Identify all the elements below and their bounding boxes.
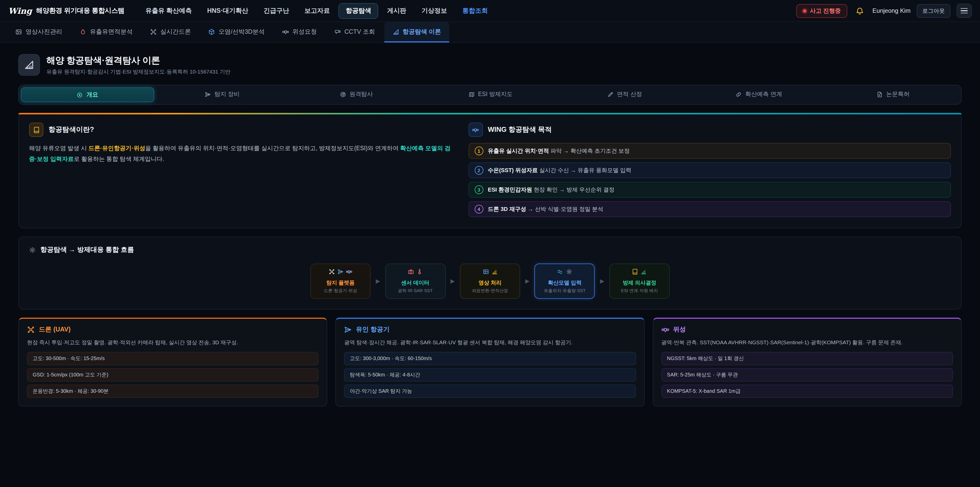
hamburger-menu-button[interactable]: [956, 3, 972, 18]
image-icon: [15, 28, 22, 35]
drone-icon: [27, 326, 35, 334]
flow-step-detection-platform: 탐지 플랫폼 드론·항공기·위성: [310, 263, 371, 299]
overview-icon: [77, 92, 83, 98]
flow-title: 항공탐색 → 방제대응 통합 흐름: [40, 245, 134, 254]
spec-row: SAR: 5-25m 해상도 · 구름 무관: [661, 368, 953, 382]
theory-tab-remote-sensing[interactable]: 원격탐사: [290, 87, 422, 101]
theory-tab-detection-equipment[interactable]: 탐지 장비: [156, 87, 288, 101]
incident-status-badge[interactable]: 사고 진행중: [796, 4, 847, 18]
flow-arrow-icon: ▶: [600, 278, 605, 284]
theory-tab-overview[interactable]: 개요: [21, 87, 154, 102]
plane-icon: [344, 326, 352, 334]
document-icon: [877, 91, 883, 97]
pencil-icon: [608, 91, 614, 97]
droplet-icon: [80, 28, 86, 35]
menu-item-reports[interactable]: 보고자료: [298, 3, 337, 18]
platform-desc: 현장 즉시 투입·저고도 정밀 촬영. 광학·적외선 카메라 탑재, 실시간 영…: [27, 338, 319, 347]
circled-number-icon: 3: [475, 185, 484, 194]
wave-icon: [557, 269, 563, 275]
cctv-icon: [334, 28, 341, 35]
subnav-tab-image-photo-management[interactable]: 영상사진관리: [7, 22, 70, 42]
menu-item-aerial-search[interactable]: 항공탐색: [339, 3, 379, 19]
user-name: Eunjeong Kim: [873, 7, 911, 14]
satellite-icon: [661, 326, 669, 334]
theory-tab-esi-map[interactable]: ESI 방제지도: [425, 87, 557, 101]
highlight-platforms: 드론·유인항공기·위성: [89, 145, 145, 151]
camera-icon: [408, 269, 414, 275]
purpose-panel: WING 항공탐색 목적 1 유출유 실시간 위치·면적 파악 → 확산예측 초…: [469, 123, 951, 220]
brand-title: 해양환경 위기대응 통합시스템: [36, 6, 124, 15]
flow-arrow-icon: ▶: [375, 278, 380, 284]
chart-icon: [641, 269, 647, 275]
spec-row: KOMPSAT-5: X-band SAR 1m급: [661, 385, 953, 398]
flow-step-image-processing: 영상 처리 좌표변환·면적산정: [460, 263, 520, 299]
subnav-label: 오염/선박3D분석: [218, 27, 265, 36]
menu-item-emergency-rescue[interactable]: 긴급구난: [257, 3, 296, 18]
spec-row: 야간·악기상 SAR 탐지 가능: [344, 385, 636, 398]
theory-tab-papers-patents[interactable]: 논문특허: [827, 87, 959, 101]
platform-desc: 광역 탐색·장시간 체공. 광학·IR·SAR·SLAR·UV 형광 센서 복합…: [344, 338, 636, 347]
menu-item-integrated-search[interactable]: 통합조회: [456, 3, 495, 18]
subnav-tab-pollution-ship-3d-analysis[interactable]: 오염/선박3D분석: [200, 22, 273, 42]
page-title: 해양 항공탐색·원격탐사 이론: [46, 54, 231, 66]
notifications-button[interactable]: [854, 4, 866, 17]
platform-cards: 드론 (UAV) 현장 즉시 투입·저고도 정밀 촬영. 광학·적외선 카메라 …: [18, 318, 962, 407]
flow-step-sensor-data: 센서 데이터 광학·IR·SAR·SST: [385, 263, 445, 299]
purpose-item-3: 3 ESI 환경민감자원 현장 확인 → 방제 우선순위 결정: [469, 182, 951, 198]
incident-label: 사고 진행중: [810, 7, 841, 14]
subnav-tab-aerial-search-theory[interactable]: 항공탐색 이론: [384, 22, 449, 42]
gear-icon: [29, 246, 36, 253]
platform-card-drone: 드론 (UAV) 현장 즉시 투입·저고도 정밀 촬영. 광학·적외선 카메라 …: [18, 318, 328, 407]
chart-icon: [491, 269, 497, 275]
flow-diagram: 탐지 플랫폼 드론·항공기·위성 ▶ 센서 데이터 광학·IR·SAR·SST …: [29, 263, 951, 299]
circled-number-icon: 1: [475, 147, 484, 155]
overview-body: 해양 유류오염 발생 시 드론·유인항공기·위성을 활용하여 유출유의 위치·면…: [29, 143, 453, 164]
purpose-item-4: 4 드론 3D 재구성 → 선박 식별·오염원 정밀 분석: [469, 201, 951, 217]
spec-row: 고도: 300-3,000m · 속도: 60-150m/s: [344, 352, 636, 365]
overview-panel: 항공탐색이란? 해양 유류오염 발생 시 드론·유인항공기·위성을 활용하여 유…: [29, 123, 453, 220]
menu-item-hns-air-diffusion[interactable]: HNS·대기확산: [200, 3, 255, 18]
theory-ruler-icon: [24, 60, 34, 70]
ruler-icon: [392, 28, 399, 35]
book-icon: [29, 123, 43, 137]
radar-icon: [340, 91, 346, 97]
main-content: 해양 항공탐색·원격탐사 이론 유출유 원격탐지·항공감시 기법·ESI 방제정…: [0, 43, 980, 418]
flow-step-diffusion-model-input: 확산모델 입력 유출위치·유출량·SST: [535, 263, 595, 299]
subnav-tab-cctv-view[interactable]: CCTV 조회: [326, 22, 383, 42]
flow-section: 항공탐색 → 방제대응 통합 흐름 탐지 플랫폼 드론·항공기·위성 ▶: [18, 236, 962, 310]
map-icon: [468, 91, 474, 97]
subnav-label: 위성요청: [292, 27, 317, 36]
menu-item-weather-info[interactable]: 기상정보: [415, 3, 454, 18]
brand[interactable]: Wing 해양환경 위기대응 통합시스템: [8, 6, 124, 16]
logout-button[interactable]: 로그아웃: [917, 4, 950, 18]
platform-title: 드론 (UAV): [39, 325, 71, 334]
theory-tab-area-calculation[interactable]: 면적 산정: [558, 87, 691, 101]
image-icon: [483, 269, 489, 275]
link-icon: [735, 91, 741, 97]
plane-icon: [337, 269, 344, 275]
subnav-tab-oil-area-analysis[interactable]: 유출유면적분석: [72, 22, 141, 42]
purpose-item-1: 1 유출유 실시간 위치·면적 파악 → 확산예측 초기조건 보정: [469, 143, 951, 159]
menu-item-board[interactable]: 게시판: [380, 3, 413, 18]
book-icon: [632, 269, 638, 275]
subnav-tab-satellite-request[interactable]: 위성요청: [274, 22, 325, 42]
subnav-label: 실시간드론: [160, 27, 191, 36]
page-icon: [18, 54, 40, 76]
spec-row: 운용반경: 5-30km · 체공: 30-90분: [27, 385, 319, 398]
platform-card-satellite: 위성 광역·반복 관측. SST(NOAA AVHRR·NGSST)·SAR(S…: [652, 318, 962, 407]
subnav-label: 영상사진관리: [25, 27, 62, 36]
circled-number-icon: 4: [475, 205, 484, 214]
subnav-tab-realtime-drone[interactable]: 실시간드론: [142, 22, 199, 42]
platform-title: 위성: [673, 325, 686, 334]
spec-row: 고도: 30-500m · 속도: 15-25m/s: [27, 352, 319, 365]
spec-row: 탐색폭: 5-50km · 체공: 4-8시간: [344, 368, 636, 382]
menu-item-oil-spill-prediction[interactable]: 유출유 확산예측: [139, 3, 199, 18]
gear-icon: [566, 269, 572, 275]
drone-icon: [329, 269, 335, 275]
page-subtitle: 유출유 원격탐지·항공감시 기법·ESI 방제정보지도·등록특허 10-1567…: [46, 69, 231, 76]
spec-list: 고도: 30-500m · 속도: 15-25m/s GSD: 1-5cm/px…: [27, 352, 319, 398]
spec-row: GSD: 1-5cm/px (100m 고도 기준): [27, 368, 319, 382]
satellite-icon: [282, 28, 289, 35]
subnav-label: 항공탐색 이론: [402, 27, 441, 36]
theory-tab-prediction-link[interactable]: 확산예측 연계: [693, 87, 825, 101]
